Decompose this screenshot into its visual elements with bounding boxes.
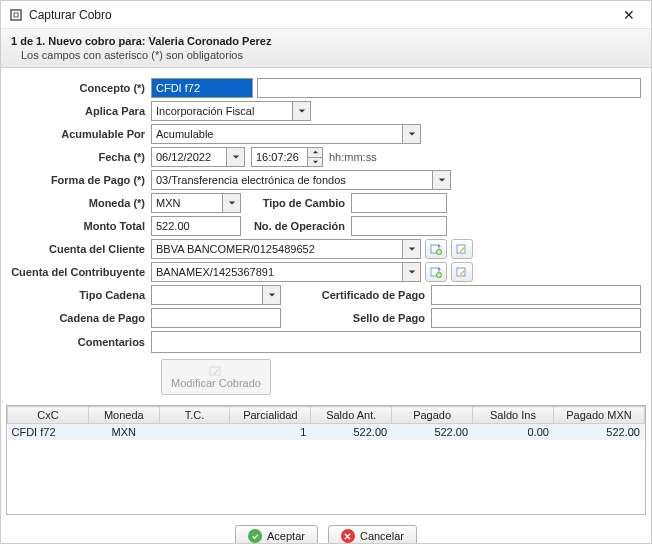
acumulable-select[interactable]: Acumulable — [151, 124, 421, 144]
cert-pago-input[interactable] — [431, 285, 641, 305]
concepto-desc-input[interactable] — [257, 78, 641, 98]
label-comentarios: Comentarios — [11, 336, 151, 348]
chevron-down-icon[interactable] — [402, 263, 420, 281]
aplica-para-select[interactable]: Incorporación Fiscal — [151, 101, 311, 121]
col-tc[interactable]: T.C. — [159, 407, 230, 424]
header-name: Valeria Coronado Perez — [149, 35, 272, 47]
monto-total-input[interactable]: 522.00 — [151, 216, 241, 236]
chevron-down-icon[interactable] — [402, 240, 420, 258]
x-icon — [341, 529, 355, 543]
comentarios-input[interactable] — [151, 331, 641, 353]
form-header: 1 de 1. Nuevo cobro para: Valeria Corona… — [1, 29, 651, 68]
col-parcialidad[interactable]: Parcialidad — [230, 407, 311, 424]
chevron-down-icon[interactable] — [292, 102, 310, 120]
label-fecha: Fecha (*) — [11, 151, 151, 163]
tipo-cadena-select[interactable] — [151, 285, 281, 305]
table-row[interactable]: CFDI f72 MXN 1 522.00 522.00 0.00 522.00 — [8, 424, 645, 441]
forma-pago-select[interactable]: 03/Transferencia electrónica de fondos — [151, 170, 451, 190]
no-operacion-input[interactable] — [351, 216, 447, 236]
chevron-down-icon[interactable] — [402, 125, 420, 143]
col-cxc[interactable]: CxC — [8, 407, 89, 424]
add-account-button[interactable] — [425, 239, 447, 259]
label-cadena-pago: Cadena de Pago — [11, 312, 151, 324]
label-cert-pago: Certificado de Pago — [281, 289, 431, 301]
label-monto-total: Monto Total — [11, 220, 151, 232]
modificar-cobrado-button: Modificar Cobrado — [161, 359, 271, 395]
tipo-cambio-input[interactable] — [351, 193, 447, 213]
chevron-down-icon[interactable] — [262, 286, 280, 304]
label-hhmmss: hh:mm:ss — [323, 151, 377, 163]
label-cuenta-contrib: Cuenta del Contribuyente — [11, 266, 151, 278]
chevron-down-icon[interactable] — [222, 194, 240, 212]
cuenta-contrib-select[interactable]: BANAMEX/1425367891 — [151, 262, 421, 282]
svg-rect-0 — [11, 10, 21, 20]
header-prefix: 1 de 1. Nuevo cobro para: — [11, 35, 149, 47]
label-acumulable: Acumulable Por — [11, 128, 151, 140]
cuenta-cliente-select[interactable]: BBVA BANCOMER/0125489652 — [151, 239, 421, 259]
col-moneda[interactable]: Moneda — [88, 407, 159, 424]
window-title: Capturar Cobro — [29, 8, 615, 22]
moneda-select[interactable]: MXN — [151, 193, 241, 213]
col-saldo-ant[interactable]: Saldo Ant. — [311, 407, 392, 424]
col-pagado-mxn[interactable]: Pagado MXN — [553, 407, 644, 424]
svg-rect-1 — [14, 13, 18, 17]
cadena-pago-input[interactable] — [151, 308, 281, 328]
col-pagado[interactable]: Pagado — [392, 407, 473, 424]
concepto-input[interactable]: CFDI f72 — [151, 78, 253, 98]
cancelar-button[interactable]: Cancelar — [328, 525, 417, 544]
sello-pago-input[interactable] — [431, 308, 641, 328]
label-no-operacion: No. de Operación — [241, 220, 351, 232]
aceptar-button[interactable]: Aceptar — [235, 525, 318, 544]
label-sello-pago: Sello de Pago — [281, 312, 431, 324]
spin-down-icon[interactable] — [308, 158, 322, 167]
header-hint: Los campos con asterisco (*) son obligat… — [11, 49, 641, 61]
col-saldo-ins[interactable]: Saldo Ins — [473, 407, 554, 424]
close-button[interactable]: ✕ — [615, 7, 643, 23]
chevron-down-icon[interactable] — [432, 171, 450, 189]
fecha-input[interactable]: 06/12/2022 — [151, 147, 245, 167]
spin-up-icon[interactable] — [308, 148, 322, 158]
label-tipo-cambio: Tipo de Cambio — [241, 197, 351, 209]
label-aplica-para: Aplica Para — [11, 105, 151, 117]
label-forma-pago: Forma de Pago (*) — [11, 174, 151, 186]
label-cuenta-cliente: Cuenta del Cliente — [11, 243, 151, 255]
check-icon — [248, 529, 262, 543]
edit-account-button[interactable] — [451, 262, 473, 282]
label-tipo-cadena: Tipo Cadena — [11, 289, 151, 301]
app-icon — [9, 8, 23, 22]
label-concepto: Concepto (*) — [11, 82, 151, 94]
payments-grid[interactable]: CxC Moneda T.C. Parcialidad Saldo Ant. P… — [6, 405, 646, 515]
label-moneda: Moneda (*) — [11, 197, 151, 209]
hora-input[interactable]: 16:07:26 — [251, 147, 323, 167]
chevron-down-icon[interactable] — [226, 148, 244, 166]
edit-account-button[interactable] — [451, 239, 473, 259]
add-account-button[interactable] — [425, 262, 447, 282]
